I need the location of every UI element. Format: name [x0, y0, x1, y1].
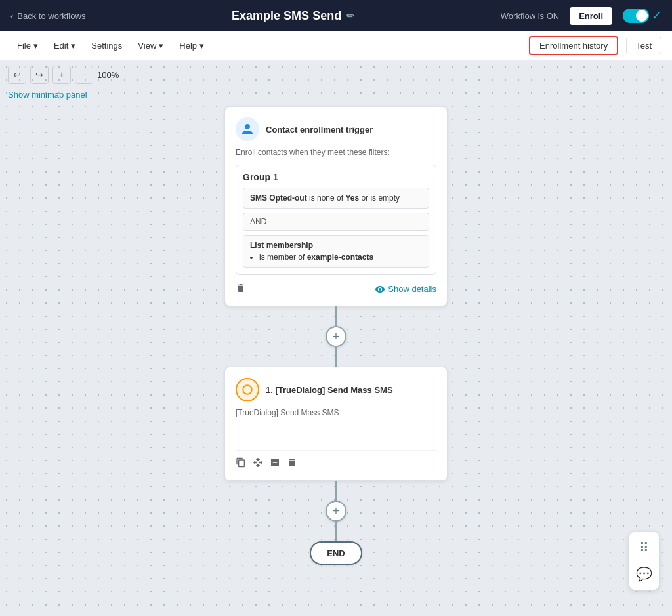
chat-widget-icon[interactable]: 💬 — [636, 566, 652, 582]
menu-settings-label: Settings — [91, 41, 122, 51]
enrollment-history-button[interactable]: Enrollment history — [529, 36, 618, 55]
redo-icon: ↪ — [35, 70, 43, 80]
show-details-label: Show details — [388, 284, 436, 294]
zoom-level-display: 100% — [97, 70, 119, 80]
edit-dropdown-icon: ▾ — [71, 41, 75, 51]
workflow-status: Workflow is ON — [501, 11, 559, 21]
list-membership-condition: List membership is member of example-con… — [243, 235, 429, 268]
workflow-toggle-container: ✓ — [623, 9, 662, 23]
workflow-canvas[interactable]: Contact enrollment trigger Enroll contac… — [0, 60, 672, 616]
group-box: Group 1 SMS Opted-out is none of Yes or … — [236, 165, 436, 275]
action-delete-button[interactable] — [287, 457, 297, 470]
check-icon: ✓ — [652, 9, 662, 23]
menu-item-help[interactable]: Help ▾ — [173, 37, 211, 54]
action-icon — [236, 378, 259, 401]
action-copy-button[interactable] — [236, 457, 246, 470]
trigger-subtitle: Enroll contacts when they meet these fil… — [236, 148, 436, 157]
undo-button[interactable]: ↩ — [8, 66, 26, 84]
workflow-title: Example SMS Send ✏ — [96, 9, 490, 23]
view-dropdown-icon: ▾ — [159, 41, 163, 51]
grid-widget-icon[interactable]: ⠿ — [639, 540, 649, 556]
add-action-button-2[interactable]: + — [326, 501, 346, 522]
action-footer — [236, 450, 436, 470]
menu-bar: File ▾ Edit ▾ Settings View ▾ Help ▾ Enr… — [0, 31, 672, 60]
show-details-link[interactable]: Show details — [375, 284, 436, 295]
remove-zoom-button[interactable]: − — [75, 66, 93, 84]
back-link-label: Back to workflows — [17, 11, 85, 21]
menu-item-edit[interactable]: Edit ▾ — [47, 37, 82, 54]
remove-zoom-icon: − — [81, 70, 87, 80]
connector-1 — [335, 306, 337, 326]
test-button[interactable]: Test — [626, 37, 662, 54]
workflow-title-text: Example SMS Send — [232, 9, 341, 23]
trigger-delete-button[interactable] — [236, 283, 246, 295]
trigger-title-text: Contact enrollment trigger — [266, 125, 373, 134]
action-edit-button[interactable] — [270, 457, 280, 470]
connector-2 — [335, 347, 337, 367]
menu-item-settings[interactable]: Settings — [85, 37, 129, 54]
add-zoom-icon: + — [59, 70, 64, 80]
connector-3 — [335, 481, 337, 501]
menu-edit-label: Edit — [54, 41, 68, 51]
add-action-button-1[interactable]: + — [326, 326, 346, 347]
connector-4 — [335, 522, 337, 541]
workflow-column: Contact enrollment trigger Enroll contac… — [0, 106, 672, 565]
trigger-header: Contact enrollment trigger — [236, 117, 436, 141]
action-title-text: 1. [TrueDialog] Send Mass SMS — [266, 385, 393, 395]
redo-button[interactable]: ↪ — [30, 66, 49, 84]
condition-sms-opted-out: SMS Opted-out is none of Yes or is empty — [243, 188, 429, 209]
menu-help-label: Help — [179, 41, 197, 51]
menu-item-view[interactable]: View ▾ — [131, 37, 170, 54]
menu-file-label: File — [17, 41, 31, 51]
trigger-icon — [236, 117, 259, 141]
enroll-button[interactable]: Enroll — [570, 7, 612, 25]
trigger-footer: Show details — [236, 283, 436, 295]
list-membership-title: List membership — [250, 241, 422, 250]
action-move-button[interactable] — [253, 457, 263, 470]
list-membership-item: is member of example-contacts — [259, 253, 422, 262]
back-arrow-icon: ‹ — [10, 11, 13, 21]
condition-operator: is none of — [309, 194, 345, 203]
add-zoom-button[interactable]: + — [52, 66, 71, 84]
condition-field: SMS Opted-out — [250, 194, 307, 203]
condition-or: or is empty — [361, 194, 400, 203]
trigger-card: Contact enrollment trigger Enroll contac… — [224, 106, 448, 306]
back-to-workflows-link[interactable]: ‹ Back to workflows — [10, 11, 85, 21]
top-navigation: ‹ Back to workflows Example SMS Send ✏ W… — [0, 0, 672, 31]
group-label: Group 1 — [243, 172, 429, 182]
menu-view-label: View — [138, 41, 156, 51]
condition-value: Yes — [345, 194, 359, 203]
membership-list-name: example-contacts — [307, 253, 373, 262]
and-divider: AND — [243, 213, 429, 231]
show-minimap-link[interactable]: Show minimap panel — [8, 90, 87, 100]
edit-title-icon[interactable]: ✏ — [346, 10, 354, 21]
action-card: 1. [TrueDialog] Send Mass SMS [TrueDialo… — [224, 367, 448, 481]
workflow-toggle[interactable] — [623, 9, 649, 23]
action-description: [TrueDialog] Send Mass SMS — [236, 408, 436, 417]
svg-point-0 — [243, 385, 252, 394]
membership-bullet-text: is member of — [259, 253, 307, 262]
canvas-toolbar: ↩ ↪ + − 100% — [8, 66, 123, 84]
file-dropdown-icon: ▾ — [33, 41, 38, 51]
action-header: 1. [TrueDialog] Send Mass SMS — [236, 378, 436, 401]
undo-icon: ↩ — [13, 70, 21, 80]
menu-item-file[interactable]: File ▾ — [10, 37, 45, 54]
bottom-right-widget: ⠿ 💬 — [629, 532, 659, 590]
help-dropdown-icon: ▾ — [200, 41, 204, 51]
end-node: END — [310, 541, 362, 565]
